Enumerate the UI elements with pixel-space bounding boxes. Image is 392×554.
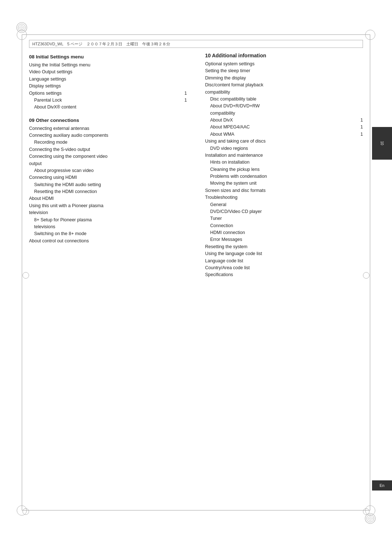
list-item: Error Messages: [205, 236, 363, 243]
list-item: Connection: [205, 222, 363, 229]
section-09-title: 09 Other connections: [29, 118, 187, 123]
list-item: Dimming the display: [205, 75, 363, 82]
svg-point-3: [21, 27, 23, 29]
list-item: Tuner: [205, 215, 363, 222]
section-09-items: Connecting external antennas Connecting …: [29, 125, 187, 245]
svg-point-6: [368, 516, 372, 521]
side-circle-right-mid: [363, 272, 369, 279]
list-item: Disc compatibility table: [205, 96, 363, 103]
list-item: Parental Lock1: [29, 97, 187, 104]
list-item: Connecting using HDMI: [29, 174, 187, 181]
spiral-decoration-tl: [16, 22, 28, 33]
list-item: Setting the sleep timer: [205, 67, 363, 74]
chapter-tab-top: 10: [372, 127, 392, 160]
page-border-bottom: [22, 510, 370, 510]
corner-decoration-tr: [365, 30, 375, 40]
list-item: Disc/content format playback: [205, 82, 363, 89]
list-item: Cleaning the pickup lens: [205, 166, 363, 173]
section-08-items: Using the Initial Settings menu Video Ou…: [29, 62, 187, 111]
list-item: Troubleshooting: [205, 194, 363, 201]
list-item: Resetting the HDMI connection: [29, 188, 187, 195]
list-item: HDMI connection: [205, 229, 363, 236]
list-item: Language settings: [29, 76, 187, 83]
page-border-left: [22, 34, 22, 510]
left-column: 08 Initial Settings menu Using the Initi…: [29, 53, 191, 507]
header-bar: HTZ363DVD_WL 5 ページ ２００７年２月３日 土曜日 午後３時２８分: [29, 40, 363, 48]
right-column: 10 Additional information Optional syste…: [201, 53, 363, 507]
section-10-items: Optional system settings Setting the sle…: [205, 61, 363, 279]
list-item: Optional system settings: [205, 61, 363, 67]
side-circle-left-bot: [23, 508, 29, 515]
side-circle-right-bot: [363, 508, 369, 515]
list-item: televisions: [29, 223, 187, 230]
page-border-top: [22, 34, 370, 35]
list-item: Language code list: [205, 258, 363, 264]
section-08-title: 08 Initial Settings menu: [29, 54, 187, 59]
list-item: Connecting the S-video output: [29, 146, 187, 153]
list-item: DVD video regions: [205, 145, 363, 152]
list-item: Using and taking care of discs: [205, 138, 363, 145]
language-tab: En: [372, 480, 392, 491]
list-item: Problems with condensation: [205, 173, 363, 180]
list-item: About control out connections: [29, 238, 187, 245]
list-item: television: [29, 209, 187, 216]
language-label: En: [380, 483, 384, 488]
list-item: Country/Area code list: [205, 264, 363, 271]
chapter-tab-label: 10: [380, 141, 384, 145]
list-item: About progressive scan video: [29, 167, 187, 174]
gap: [29, 111, 187, 116]
side-circle-left-mid: [23, 272, 29, 279]
list-item: Screen sizes and disc formats: [205, 187, 363, 194]
section-10-title: 10 Additional information: [205, 53, 363, 58]
list-item: Recording mode: [29, 139, 187, 146]
list-item: About HDMI: [29, 195, 187, 202]
list-item: Using the Initial Settings menu: [29, 62, 187, 69]
svg-point-1: [18, 24, 25, 31]
list-item: General: [205, 201, 363, 208]
svg-point-2: [20, 25, 24, 30]
list-item: Hints on installation: [205, 159, 363, 166]
list-item: Installation and maintenance: [205, 152, 363, 159]
list-item: output: [29, 160, 187, 167]
list-item: Connecting using the component video: [29, 153, 187, 160]
list-item: Video Output settings: [29, 69, 187, 75]
list-item: 8+ Setup for Pioneer plasma: [29, 217, 187, 223]
list-item: About DVD+R/DVD+RW: [205, 103, 363, 110]
list-item: compatibility: [205, 89, 363, 96]
page-border-right: [370, 34, 370, 510]
main-content: 08 Initial Settings menu Using the Initi…: [29, 53, 363, 507]
list-item: Resetting the system: [205, 243, 363, 250]
list-item: Using this unit with a Pioneer plasma: [29, 202, 187, 209]
svg-point-7: [369, 518, 371, 520]
list-item: compatibility: [205, 110, 363, 117]
list-item: DVD/CD/Video CD player: [205, 208, 363, 215]
list-item: About MPEG4/AAC1: [205, 124, 363, 131]
list-item: Connecting auxiliary audio components: [29, 132, 187, 139]
header-text: HTZ363DVD_WL 5 ページ ２００７年２月３日 土曜日 午後３時２８分: [32, 41, 170, 47]
list-item: Switching on the 8+ mode: [29, 230, 187, 237]
list-item: Using the language code list: [205, 250, 363, 257]
list-item: Connecting external antennas: [29, 125, 187, 132]
list-item: Specifications: [205, 271, 363, 278]
list-item: About DivX1: [205, 117, 363, 124]
list-item: Switching the HDMI audio setting: [29, 181, 187, 188]
list-item: Moving the system unit: [205, 180, 363, 187]
list-item: About DivX® content: [29, 104, 187, 111]
list-item: Display settings: [29, 83, 187, 90]
list-item: About WMA1: [205, 131, 363, 138]
svg-point-5: [367, 515, 374, 522]
list-item: Options settings1: [29, 90, 187, 97]
